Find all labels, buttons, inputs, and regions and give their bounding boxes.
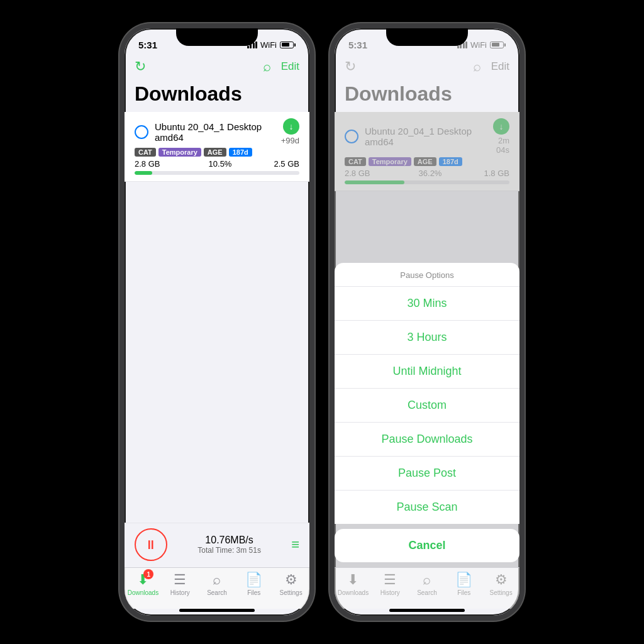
- download-name-1: Ubuntu 20_04_1 Desktop amd64: [155, 121, 281, 143]
- download-item-1[interactable]: Ubuntu 20_04_1 Desktop amd64 ↓ +99d CAT …: [125, 112, 309, 182]
- download-time-1: +99d: [281, 136, 299, 145]
- progress-bar-container-1: [135, 171, 299, 175]
- action-sheet-cancel-2[interactable]: Cancel: [335, 529, 519, 562]
- progress-left-2: 2.8 GB: [345, 169, 382, 178]
- tag-ageval-1: 187d: [229, 148, 252, 157]
- tab-label-settings-2: Settings: [490, 589, 513, 596]
- files-tab-icon-1: 📄: [245, 572, 262, 587]
- page-title-2: Downloads: [335, 80, 519, 112]
- search-icon-nav-1[interactable]: ⌕: [263, 58, 271, 75]
- signal-bar-1: [247, 46, 249, 48]
- tab-files-1[interactable]: 📄 Files: [235, 572, 272, 596]
- progress-pct-2: 36.2%: [419, 169, 442, 178]
- download-time-2: 2m 04s: [486, 136, 509, 155]
- action-sheet-pause-scan[interactable]: Pause Scan: [335, 491, 519, 524]
- download-header-1: Ubuntu 20_04_1 Desktop amd64 ↓ +99d: [135, 118, 299, 145]
- action-sheet-title-2: Pause Options: [335, 263, 519, 287]
- battery-body-1: [280, 42, 294, 48]
- edit-button-1[interactable]: Edit: [281, 60, 299, 73]
- nav-right-2: ⌕ Edit: [473, 58, 509, 75]
- speed-total-1: Total Time: 3m 51s: [197, 546, 261, 555]
- tags-row-1: CAT Temporary AGE 187d: [135, 148, 299, 157]
- tab-search-2: ⌕ Search: [409, 572, 446, 596]
- pause-button-1[interactable]: ⏸: [135, 528, 167, 561]
- refresh-icon-1[interactable]: ↻: [135, 58, 146, 75]
- tag-cat-2: CAT: [345, 157, 366, 166]
- battery-fill-1: [282, 43, 290, 47]
- action-sheet-custom[interactable]: Custom: [335, 389, 519, 423]
- tab-label-history-1: History: [170, 589, 190, 596]
- download-status-icon-2: [345, 130, 358, 143]
- download-arrow-2: ↓: [493, 118, 509, 135]
- action-sheet-2: Pause Options 30 Mins 3 Hours Until Midn…: [335, 263, 519, 567]
- tab-icon-wrap-downloads-2: ⬇: [347, 572, 358, 588]
- action-sheet-pause-downloads[interactable]: Pause Downloads: [335, 423, 519, 457]
- tag-age-2: AGE: [414, 157, 436, 166]
- search-tab-icon-1: ⌕: [213, 572, 221, 587]
- tab-downloads-2: ⬇ Downloads: [335, 572, 372, 596]
- downloads-tab-icon-2: ⬇: [347, 572, 358, 587]
- bottom-toolbar-1: ⏸ 10.76MB/s Total Time: 3m 51s ≡: [125, 523, 309, 567]
- tab-icon-wrap-history-1: ☰: [174, 572, 186, 588]
- download-header-2: Ubuntu 20_04_1 Desktop amd64 ↓ 2m 04s: [345, 118, 509, 155]
- refresh-icon-2: ↻: [345, 58, 356, 75]
- pause-icon-1: ⏸: [145, 538, 157, 552]
- tab-label-search-1: Search: [207, 589, 227, 596]
- tag-age-1: AGE: [204, 148, 226, 157]
- tag-ageval-2: 187d: [439, 157, 462, 166]
- tab-label-history-2: History: [380, 589, 400, 596]
- tab-label-downloads-1: Downloads: [128, 589, 158, 596]
- menu-icon-1[interactable]: ≡: [291, 536, 299, 553]
- status-time-2: 5:31: [348, 40, 367, 50]
- battery-2: [490, 42, 506, 48]
- tab-label-settings-1: Settings: [280, 589, 303, 596]
- tab-history-2: ☰ History: [372, 572, 409, 596]
- tab-label-downloads-2: Downloads: [338, 589, 369, 596]
- downloads-badge-1: 1: [143, 569, 153, 579]
- progress-pct-1: 10.5%: [209, 159, 232, 169]
- battery-1: [280, 42, 296, 48]
- progress-bar-fill-2: [345, 180, 404, 184]
- history-tab-icon-1: ☰: [174, 572, 186, 587]
- tab-history-1[interactable]: ☰ History: [162, 572, 199, 596]
- tags-row-2: CAT Temporary AGE 187d: [345, 157, 509, 166]
- content-1: Ubuntu 20_04_1 Desktop amd64 ↓ +99d CAT …: [125, 112, 309, 523]
- signal-bar-2-4: [465, 42, 467, 48]
- tab-files-2: 📄 Files: [445, 572, 482, 596]
- phone-2: 5:31 WiFi ↻ ⌕ Edit Downloads: [330, 23, 525, 621]
- status-time-1: 5:31: [138, 40, 157, 50]
- tab-bar-1: ⬇ 1 Downloads ☰ History ⌕ Search 📄 Files: [125, 567, 309, 609]
- nav-right-1: ⌕ Edit: [263, 58, 299, 75]
- battery-body-2: [490, 42, 504, 48]
- tab-icon-wrap-files-1: 📄: [245, 572, 262, 588]
- search-icon-nav-2: ⌕: [473, 58, 481, 75]
- progress-bar-fill-1: [135, 171, 152, 175]
- tab-settings-1[interactable]: ⚙ Settings: [272, 572, 309, 596]
- battery-tip-1: [294, 43, 296, 47]
- wifi-icon-2: WiFi: [470, 40, 487, 50]
- tab-search-1[interactable]: ⌕ Search: [199, 572, 236, 596]
- nav-bar-1: ↻ ⌕ Edit: [125, 56, 309, 80]
- progress-right-1: 2.5 GB: [268, 159, 299, 169]
- progress-bar-container-2: [345, 180, 509, 184]
- tab-icon-wrap-settings-1: ⚙: [285, 572, 297, 588]
- download-arrow-1: ↓: [283, 118, 299, 135]
- download-right-2: ↓ 2m 04s: [486, 118, 509, 155]
- notch-1: [176, 28, 258, 46]
- download-item-2: Ubuntu 20_04_1 Desktop amd64 ↓ 2m 04s CA…: [335, 112, 519, 191]
- action-sheet-3hours[interactable]: 3 Hours: [335, 321, 519, 355]
- download-left-2: Ubuntu 20_04_1 Desktop amd64: [345, 126, 486, 147]
- progress-row-1: 2.8 GB 10.5% 2.5 GB: [135, 159, 299, 169]
- action-sheet-30mins[interactable]: 30 Mins: [335, 287, 519, 321]
- tab-icon-wrap-downloads-1: ⬇ 1: [137, 572, 148, 588]
- action-sheet-until-midnight[interactable]: Until Midnight: [335, 355, 519, 389]
- tab-settings-2: ⚙ Settings: [482, 572, 519, 596]
- download-status-icon-1: [135, 125, 148, 139]
- tab-downloads-1[interactable]: ⬇ 1 Downloads: [125, 572, 162, 596]
- download-left-1: Ubuntu 20_04_1 Desktop amd64: [135, 121, 281, 143]
- page-title-1: Downloads: [125, 80, 309, 112]
- settings-tab-icon-2: ⚙: [495, 572, 508, 588]
- action-sheet-pause-post[interactable]: Pause Post: [335, 457, 519, 491]
- progress-row-2: 2.8 GB 36.2% 1.8 GB: [345, 169, 509, 178]
- phone-1: 5:31 WiFi ↻ ⌕ Edit Downloads: [119, 23, 314, 621]
